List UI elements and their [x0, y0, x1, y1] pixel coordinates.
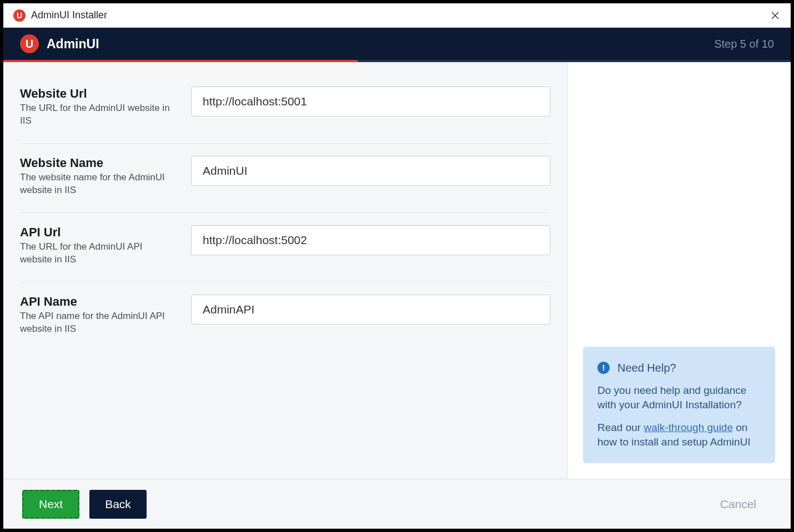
api-name-input[interactable]	[191, 295, 550, 325]
form-panel: Website Url The URL for the AdminUI webs…	[3, 62, 567, 479]
website-name-input[interactable]	[191, 156, 550, 186]
app-logo-icon: U	[20, 34, 39, 53]
field-label: Website Url	[20, 87, 177, 101]
field-label: API Name	[20, 295, 177, 309]
app-name: AdminUI	[47, 37, 99, 52]
window-title: AdminUI Installer	[31, 9, 107, 21]
back-button[interactable]: Back	[89, 490, 147, 519]
next-button[interactable]: Next	[22, 490, 79, 519]
wizard-footer: Next Back Cancel	[3, 479, 791, 529]
field-website-url: Website Url The URL for the AdminUI webs…	[20, 74, 550, 144]
field-label: API Url	[20, 225, 177, 240]
help-card: ! Need Help? Do you need help and guidan…	[583, 347, 775, 463]
field-description: The API name for the AdminUI API website…	[20, 310, 177, 336]
installer-window: U AdminUI Installer U AdminUI Step 5 of …	[0, 0, 794, 532]
api-url-input[interactable]	[191, 225, 550, 255]
walkthrough-guide-link[interactable]: walk-through guide	[644, 422, 733, 433]
field-description: The URL for the AdminUI API website in I…	[20, 241, 177, 266]
field-label: Website Name	[20, 156, 177, 170]
cancel-button[interactable]: Cancel	[705, 490, 772, 519]
field-api-url: API Url The URL for the AdminUI API webs…	[20, 213, 550, 282]
wizard-header: U AdminUI Step 5 of 10	[3, 28, 791, 60]
help-body: Do you need help and guidance with your …	[597, 383, 761, 413]
app-logo-icon: U	[13, 9, 26, 22]
field-website-name: Website Name The website name for the Ad…	[20, 144, 550, 213]
field-description: The website name for the AdminUI website…	[20, 171, 177, 197]
wizard-body: Website Url The URL for the AdminUI webs…	[3, 62, 791, 479]
step-indicator: Step 5 of 10	[714, 38, 774, 50]
titlebar: U AdminUI Installer	[3, 3, 791, 28]
help-guide-text: Read our walk-through guide on how to in…	[597, 420, 761, 450]
help-panel: ! Need Help? Do you need help and guidan…	[567, 62, 791, 479]
help-title: Need Help?	[617, 360, 676, 376]
website-url-input[interactable]	[191, 87, 550, 116]
field-api-name: API Name The API name for the AdminUI AP…	[20, 282, 550, 351]
info-icon: !	[597, 362, 610, 374]
field-description: The URL for the AdminUI website in IIS	[20, 102, 177, 128]
close-icon[interactable]	[765, 6, 785, 26]
